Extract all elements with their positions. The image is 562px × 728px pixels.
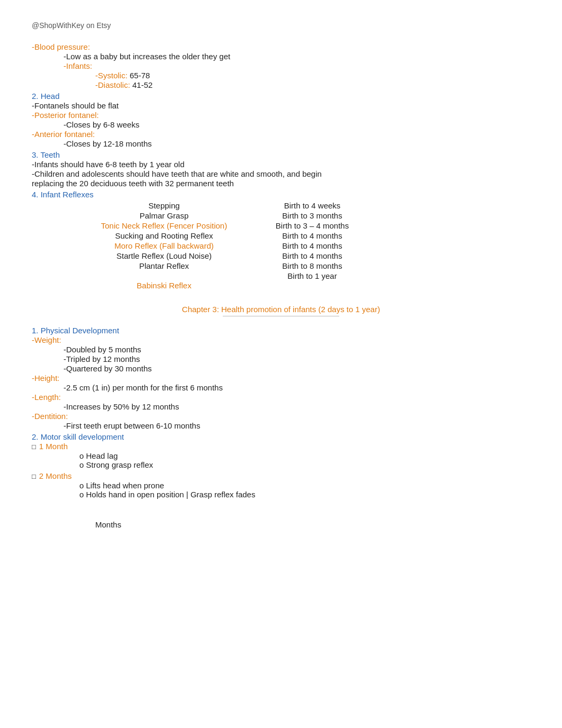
weight-label: -Weight: — [32, 335, 530, 344]
month1-item2: Strong grasp reflex — [79, 460, 530, 469]
posterior-desc: -Closes by 6-8 weeks — [64, 120, 530, 129]
length-desc: -Increases by 50% by 12 months — [64, 402, 530, 411]
physical-number-label: 1. Physical Development — [32, 326, 530, 335]
infants-label: -Infants: — [64, 61, 530, 70]
bp-desc: -Low as a baby but increases the older t… — [64, 52, 530, 61]
reflex-name-8: Babinski Reflex — [85, 281, 243, 290]
diastolic-num: 41-52 — [132, 80, 152, 89]
teeth-line3: replacing the 20 deciduous teeth with 32… — [32, 179, 530, 188]
anterior-desc: -Closes by 12-18 months — [64, 139, 530, 148]
weight-line1: -Doubled by 5 months — [64, 345, 530, 354]
reflex-name-1: Stepping — [85, 201, 243, 210]
reflexes-number-label: 4. Infant Reflexes — [32, 190, 530, 199]
teeth-number-label: 3. Teeth — [32, 150, 530, 159]
reflex-time-2: Birth to 3 months — [243, 211, 381, 220]
dentition-label: -Dentition: — [32, 412, 530, 421]
reflexes-table: Stepping Birth to 4 weeks Palmar Grasp B… — [85, 201, 530, 290]
month2-item2: Holds hand in open position | Grasp refl… — [79, 490, 530, 499]
month2-item1: Lifts head when prone — [79, 481, 530, 490]
bullet-2months: □ — [32, 472, 36, 480]
month2-label: 2 Months — [39, 471, 72, 480]
reflex-time-3: Birth to 3 – 4 months — [243, 221, 381, 230]
fontanels-line: -Fontanels should be flat — [32, 101, 530, 110]
head-number-label: 2. Head — [32, 92, 530, 101]
blood-pressure-label: -Blood pressure: — [32, 42, 530, 51]
reflex-name-3: Tonic Neck Reflex (Fencer Position) — [85, 221, 243, 230]
reflex-time-8a: Birth to 1 year — [287, 271, 337, 280]
reflex-time-1: Birth to 4 weeks — [243, 201, 381, 210]
month1-header: □ 1 Month — [32, 442, 530, 451]
reflex-name-2: Palmar Grasp — [85, 211, 243, 220]
months-label-section: Months — [95, 520, 530, 529]
watermark: @ShopWithKey on Etsy — [32, 21, 530, 30]
reflex-name-5: Moro Reflex (Fall backward) — [85, 241, 243, 250]
reflex-name-4: Sucking and Rooting Reflex — [85, 231, 243, 240]
reflex-name-6: Startle Reflex (Loud Noise) — [85, 251, 243, 260]
motor-number-label: 2. Motor skill development — [32, 432, 530, 441]
anterior-label: -Anterior fontanel: — [32, 130, 530, 139]
weight-line2: -Tripled by 12 months — [64, 354, 530, 363]
month1-item1: Head lag — [79, 451, 530, 460]
chapter3-heading: Chapter 3: Health promotion of infants (… — [32, 305, 530, 316]
teeth-line1: -Infants should have 6-8 teeth by 1 year… — [32, 160, 530, 169]
weight-line3: -Quartered by 30 months — [64, 364, 530, 373]
length-label: -Length: — [32, 393, 530, 402]
reflex-time-7: Birth to 8 months — [243, 261, 381, 270]
teeth-line2: -Children and adolescents should have te… — [32, 169, 530, 178]
reflex-time-4: Birth to 4 months — [243, 231, 381, 240]
height-desc: -2.5 cm (1 in) per month for the first 6… — [64, 383, 530, 392]
months-label: Months — [95, 520, 121, 529]
month2-header: □ 2 Months — [32, 471, 530, 480]
height-label: -Height: — [32, 374, 530, 383]
systolic-num: 65-78 — [130, 71, 150, 80]
reflex-time-5: Birth to 4 months — [243, 241, 381, 250]
diastolic-label: -Diastolic: — [95, 80, 130, 89]
dentition-desc: -First teeth erupt between 6-10 months — [64, 421, 530, 430]
posterior-label: -Posterior fontanel: — [32, 111, 530, 120]
reflex-name-7: Plantar Reflex — [85, 261, 243, 270]
bullet-1month: □ — [32, 443, 36, 451]
month1-label: 1 Month — [39, 442, 68, 451]
systolic-label: -Systolic: — [95, 71, 128, 80]
month2-list: Lifts head when prone Holds hand in open… — [79, 481, 530, 499]
reflex-time-8-group: Birth to 1 year — [243, 271, 381, 290]
month1-list: Head lag Strong grasp reflex — [79, 451, 530, 469]
reflex-time-6: Birth to 4 months — [243, 251, 381, 260]
